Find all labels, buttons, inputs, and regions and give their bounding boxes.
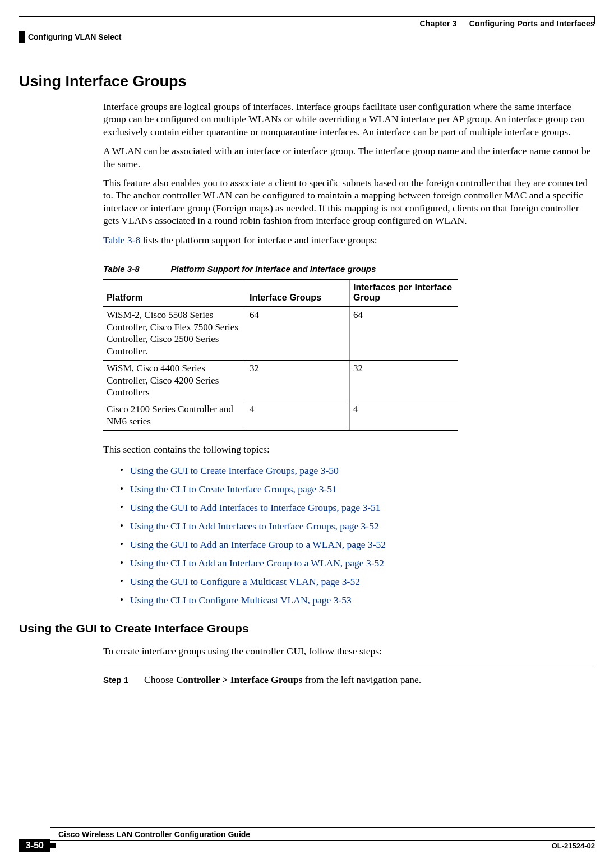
- header-chapter-title: Configuring Ports and Interfaces: [469, 19, 595, 28]
- topic-link[interactable]: Using the GUI to Configure a Multicast V…: [120, 576, 595, 588]
- table-header-cell: Platform: [103, 280, 246, 307]
- header-left-marker: [19, 31, 25, 43]
- table-number: Table 3-8: [103, 264, 139, 274]
- topics-intro: This section contains the following topi…: [103, 444, 595, 455]
- table-cell: 64: [246, 307, 350, 361]
- header-chapter-label: Chapter 3: [419, 19, 456, 28]
- body-paragraph: A WLAN can be associated with an interfa…: [103, 145, 595, 170]
- topic-link[interactable]: Using the CLI to Add Interfaces to Inter…: [120, 520, 595, 532]
- footer-doc-number: OL-21524-02: [552, 842, 595, 850]
- topic-link[interactable]: Using the CLI to Create Interface Groups…: [120, 483, 595, 495]
- page-number-box: 3-50: [19, 839, 50, 852]
- table-header: Platform Interface Groups Interfaces per…: [103, 280, 458, 307]
- body-text: lists the platform support for interface…: [140, 234, 377, 246]
- topic-link[interactable]: Using the GUI to Add an Interface Group …: [120, 539, 595, 551]
- table-cell: 4: [350, 401, 458, 431]
- platform-support-table: Platform Interface Groups Interfaces per…: [103, 279, 458, 431]
- table-cell: WiSM-2, Cisco 5508 Series Controller, Ci…: [103, 307, 246, 361]
- footer-rule-thin: [50, 827, 595, 828]
- step-text-bold: Controller > Interface Groups: [176, 674, 302, 685]
- step-number-label: Step 1: [103, 675, 128, 685]
- steps-intro: To create interface groups using the con…: [103, 645, 595, 657]
- table-cell: 32: [246, 360, 350, 401]
- step-text-before: Choose: [144, 674, 176, 685]
- body-paragraph: Table 3-8 lists the platform support for…: [103, 234, 595, 246]
- step-separator-rule: [103, 664, 594, 664]
- table-cross-reference[interactable]: Table 3-8: [103, 234, 140, 246]
- footer-book-title: Cisco Wireless LAN Controller Configurat…: [58, 830, 250, 839]
- step-line: Step 1Choose Controller > Interface Grou…: [103, 674, 595, 686]
- table-row: WiSM, Cisco 4400 Series Controller, Cisc…: [103, 360, 458, 401]
- table-caption-text: Platform Support for Interface and Inter…: [170, 264, 376, 274]
- body-paragraph: This feature also enables you to associa…: [103, 177, 595, 227]
- table-row: WiSM-2, Cisco 5508 Series Controller, Ci…: [103, 307, 458, 361]
- body-paragraph: Interface groups are logical groups of i…: [103, 100, 595, 138]
- table-cell: 4: [246, 401, 350, 431]
- subsection-title: Using the GUI to Create Interface Groups: [19, 622, 595, 635]
- topic-link[interactable]: Using the GUI to Add Interfaces to Inter…: [120, 502, 595, 514]
- table-cell: WiSM, Cisco 4400 Series Controller, Cisc…: [103, 360, 246, 401]
- footer-rule-thick: [50, 840, 595, 841]
- table-caption: Table 3-8Platform Support for Interface …: [103, 264, 595, 274]
- table-header-cell: Interfaces per Interface Group: [350, 280, 458, 307]
- topic-link[interactable]: Using the CLI to Configure Multicast VLA…: [120, 594, 595, 606]
- topic-link[interactable]: Using the GUI to Create Interface Groups…: [120, 465, 595, 477]
- table-cell: Cisco 2100 Series Controller and NM6 ser…: [103, 401, 246, 431]
- step-text-after: from the left navigation pane.: [302, 674, 421, 685]
- footer-marker: [50, 843, 56, 848]
- table-header-cell: Interface Groups: [246, 280, 350, 307]
- table-cell: 32: [350, 360, 458, 401]
- section-title: Using Interface Groups: [19, 73, 595, 90]
- topics-list: Using the GUI to Create Interface Groups…: [120, 465, 595, 606]
- header-chapter: Chapter 3Configuring Ports and Interface…: [419, 19, 595, 28]
- topic-link[interactable]: Using the CLI to Add an Interface Group …: [120, 557, 595, 569]
- table-row: Cisco 2100 Series Controller and NM6 ser…: [103, 401, 458, 431]
- table-cell: 64: [350, 307, 458, 361]
- header-top-rule: [19, 16, 595, 17]
- header-section-left: Configuring VLAN Select: [28, 33, 121, 41]
